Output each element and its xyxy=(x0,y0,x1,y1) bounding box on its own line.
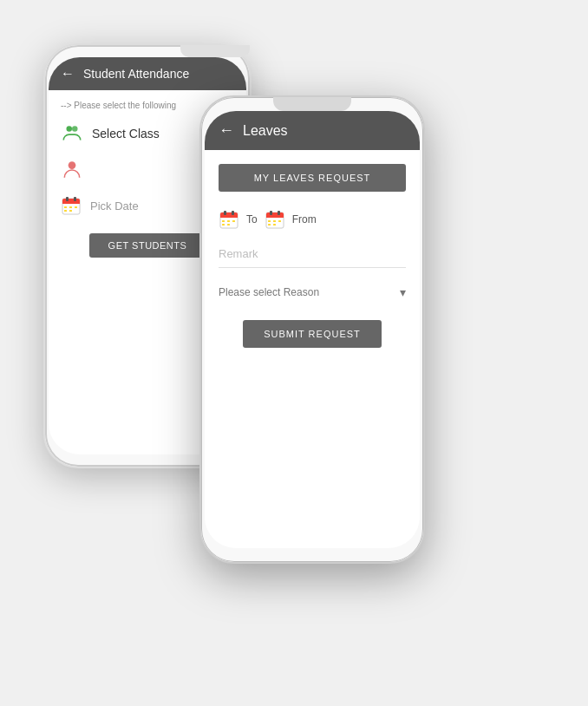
calendar-from-icon[interactable] xyxy=(265,209,285,230)
chevron-down-icon: ▾ xyxy=(400,285,406,299)
body-leaves: MY LEAVES REQUEST xyxy=(205,150,420,362)
svg-rect-32 xyxy=(273,224,276,226)
phone-leaves: ← Leaves MY LEAVES REQUEST xyxy=(199,95,425,564)
svg-rect-20 xyxy=(232,220,235,222)
class-icon xyxy=(61,122,83,145)
get-students-button[interactable]: GET STUDENTS xyxy=(89,233,206,258)
svg-rect-19 xyxy=(227,220,230,222)
student-icon xyxy=(61,159,83,181)
calendar-icon-1 xyxy=(61,195,82,216)
svg-rect-31 xyxy=(268,224,271,226)
svg-rect-9 xyxy=(69,206,72,208)
remark-divider xyxy=(219,267,406,268)
remark-placeholder: Remark xyxy=(219,247,406,260)
header-student-attendance: ← Student Attendance xyxy=(49,57,246,90)
svg-rect-17 xyxy=(232,211,234,215)
date-row: To From xyxy=(219,209,406,230)
back-button-2[interactable]: ← xyxy=(219,121,234,140)
from-label: From xyxy=(292,213,317,226)
notch-1 xyxy=(180,45,250,57)
svg-rect-12 xyxy=(69,210,72,212)
svg-rect-5 xyxy=(62,202,80,204)
my-leaves-button[interactable]: MY LEAVES REQUEST xyxy=(219,164,406,192)
select-class-label: Select Class xyxy=(92,127,160,141)
scene: ← Student Attendance --> Please select t… xyxy=(0,0,588,706)
to-label: To xyxy=(246,213,258,226)
svg-rect-22 xyxy=(227,224,230,226)
svg-rect-8 xyxy=(64,206,67,208)
screen-2: ← Leaves MY LEAVES REQUEST xyxy=(205,111,420,548)
header-leaves: ← Leaves xyxy=(205,111,420,150)
svg-rect-18 xyxy=(222,220,225,222)
svg-rect-28 xyxy=(268,220,271,222)
svg-rect-30 xyxy=(278,220,281,222)
svg-rect-7 xyxy=(74,197,76,201)
notch-2 xyxy=(273,97,351,111)
header-title-1: Student Attendance xyxy=(83,67,189,81)
select-reason-row[interactable]: Please select Reason ▾ xyxy=(219,285,406,299)
svg-rect-15 xyxy=(220,216,238,218)
svg-rect-25 xyxy=(266,216,284,218)
back-button-1[interactable]: ← xyxy=(61,66,75,82)
svg-rect-16 xyxy=(224,211,226,215)
pick-date-label: Pick Date xyxy=(90,199,139,212)
svg-rect-21 xyxy=(222,224,225,226)
svg-rect-29 xyxy=(273,220,276,222)
svg-rect-27 xyxy=(278,211,280,215)
header-title-2: Leaves xyxy=(243,123,288,139)
svg-point-1 xyxy=(72,126,78,132)
svg-point-2 xyxy=(69,161,76,169)
reason-label: Please select Reason xyxy=(219,286,319,298)
calendar-to-icon[interactable] xyxy=(219,209,239,230)
svg-rect-11 xyxy=(64,210,67,212)
svg-point-0 xyxy=(67,126,73,132)
svg-rect-10 xyxy=(75,206,77,208)
submit-request-button[interactable]: SUBMIT REQUEST xyxy=(243,320,382,348)
svg-rect-6 xyxy=(66,197,69,201)
svg-rect-26 xyxy=(270,211,272,215)
